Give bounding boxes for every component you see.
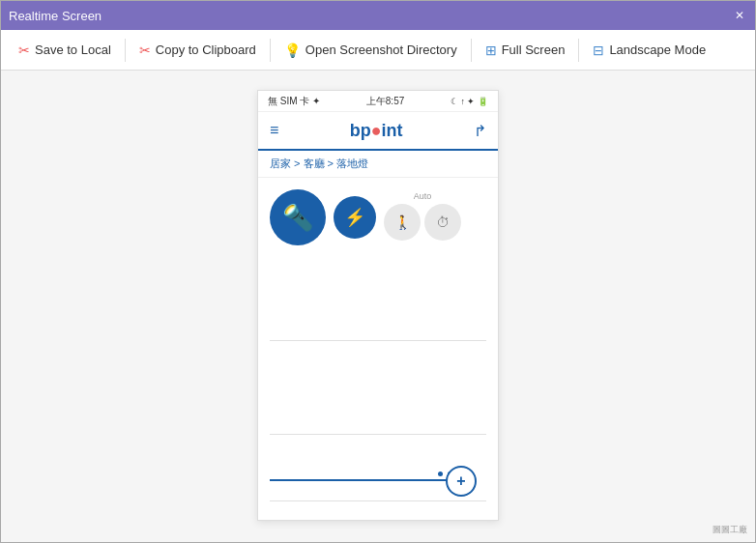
landscape-label: Landscape Mode [609,43,706,57]
hamburger-icon[interactable]: ≡ [270,122,278,139]
copy-clipboard-button[interactable]: ✂ Copy to Clipboard [131,39,264,62]
motion-button[interactable]: 🚶 [384,204,421,241]
save-local-button[interactable]: ✂ Save to Local [11,39,119,62]
separator-1 [125,39,126,62]
content-area: 無 SIM 卡 ✦ 上午8:57 ☾ ↑ ✦ 🔋 ≡ bp●int ↱ 居家 >… [1,71,755,542]
phone-status-bar: 無 SIM 卡 ✦ 上午8:57 ☾ ↑ ✦ 🔋 [258,91,498,112]
breadcrumb: 居家 > 客廳 > 落地燈 [258,151,498,178]
folder-icon: 💡 [284,43,301,58]
status-time: 上午8:57 [366,95,404,108]
auto-buttons: 🚶 ⏱ [384,204,461,241]
back-icon[interactable]: ↱ [474,122,486,140]
device-controls: 🔦 ⚡ Auto 🚶 ⏱ [270,189,486,245]
landscape-button[interactable]: ⊟ Landscape Mode [585,39,713,62]
app-logo: bp●int [350,121,403,141]
add-button[interactable]: + [446,466,477,497]
close-button[interactable]: ✕ [732,8,747,23]
middle-divider [270,340,486,341]
landscape-icon: ⊟ [593,43,604,58]
carrier-text: 無 SIM 卡 ✦ [268,95,320,108]
toolbar: ✂ Save to Local ✂ Copy to Clipboard 💡 Op… [1,30,755,71]
timer-icon: ⏱ [436,214,450,230]
full-screen-label: Full Screen [502,43,566,57]
title-bar: Realtime Screen ✕ [1,1,755,30]
status-right: ☾ ↑ ✦ 🔋 [451,97,488,106]
save-local-label: Save to Local [35,43,111,57]
status-icons: ☾ ↑ ✦ 🔋 [451,97,488,106]
fullscreen-icon: ⊞ [485,43,497,58]
phone-body: 🔦 ⚡ Auto 🚶 ⏱ [258,178,498,332]
watermark: 圖圖工廠 [712,524,747,536]
power-button[interactable]: ⚡ [334,196,376,239]
power-icon: ⚡ [344,207,365,228]
copy-clipboard-label: Copy to Clipboard [156,43,256,57]
bottom-divider [270,500,486,501]
open-dir-label: Open Screenshot Directory [305,43,457,57]
phone-bottom-area: + [258,443,498,520]
status-left: 無 SIM 卡 ✦ [268,95,320,108]
auto-control-group: Auto 🚶 ⏱ [384,191,461,241]
bottom-line [270,479,467,481]
separator-2 [270,39,271,62]
phone-preview: 無 SIM 卡 ✦ 上午8:57 ☾ ↑ ✦ 🔋 ≡ bp●int ↱ 居家 >… [257,90,499,521]
copy-icon: ✂ [139,43,151,58]
separator-3 [471,39,472,62]
dot-1 [438,472,443,476]
main-window: Realtime Screen ✕ ✂ Save to Local ✂ Copy… [0,0,756,543]
timer-button[interactable]: ⏱ [424,204,461,241]
window-title: Realtime Screen [9,9,732,23]
save-icon: ✂ [18,43,30,58]
motion-icon: 🚶 [394,214,411,230]
bottom-line-area: + [270,443,486,500]
empty-area [258,349,498,426]
full-screen-button[interactable]: ⊞ Full Screen [478,39,573,62]
lower-divider [270,434,486,435]
open-dir-button[interactable]: 💡 Open Screenshot Directory [276,39,465,62]
separator-4 [578,39,579,62]
auto-label: Auto [384,191,461,201]
phone-nav-bar: ≡ bp●int ↱ [258,112,498,151]
lamp-icon: 🔦 [282,203,313,233]
lamp-power-button[interactable]: 🔦 [270,189,326,245]
